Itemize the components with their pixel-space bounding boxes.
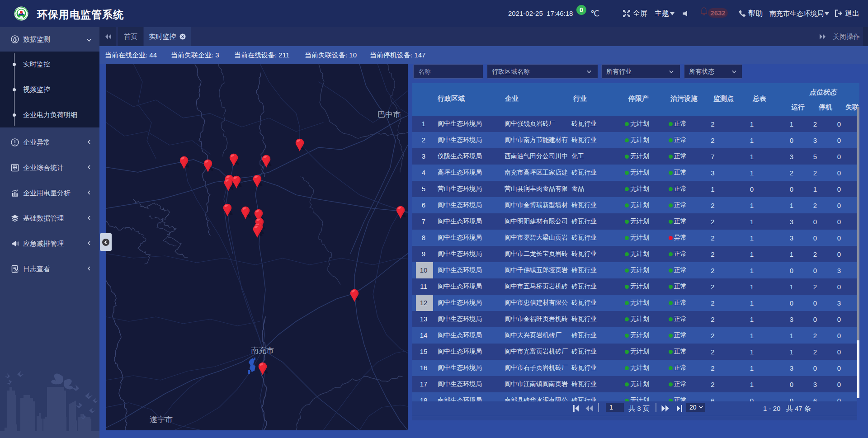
svg-text:遂宁市: 遂宁市 [150,415,173,424]
svg-text:南充市: 南充市 [251,346,274,355]
svg-text:巴中市: 巴中市 [377,110,401,119]
